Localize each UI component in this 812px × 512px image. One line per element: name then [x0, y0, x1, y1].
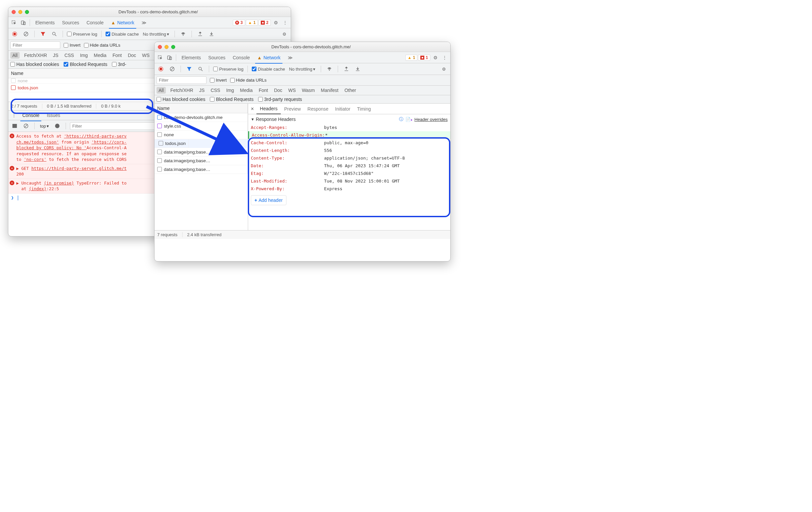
inspect-icon[interactable]: [156, 53, 165, 62]
tab-sources[interactable]: Sources: [205, 52, 229, 63]
blocked-cookies-checkbox[interactable]: Has blocked cookies: [156, 96, 205, 102]
header-overrides-link[interactable]: Header overrides: [414, 117, 447, 122]
type-filter-font[interactable]: Font: [257, 87, 269, 94]
record-button[interactable]: [156, 65, 165, 73]
network-settings-icon[interactable]: ⚙: [280, 30, 289, 38]
type-filter-css[interactable]: CSS: [63, 52, 75, 59]
device-icon[interactable]: [19, 18, 28, 27]
context-select[interactable]: top ▾: [39, 123, 50, 129]
disable-cache-checkbox[interactable]: Disable cache: [252, 67, 285, 72]
col-name[interactable]: Name: [154, 104, 248, 113]
tab-network[interactable]: ▲Network: [254, 52, 284, 63]
type-filter-img[interactable]: Img: [79, 52, 89, 59]
add-header-button[interactable]: +Add header: [251, 195, 286, 205]
clear-button[interactable]: [168, 65, 176, 73]
detail-tab-initiator[interactable]: Initiator: [332, 104, 354, 114]
tabs-overflow[interactable]: ≫: [284, 52, 296, 63]
type-filter-all[interactable]: All: [10, 52, 20, 59]
warnings-badge[interactable]: ▲1: [246, 20, 258, 26]
throttling-select[interactable]: No throttling ▾: [288, 67, 317, 72]
filter-icon[interactable]: [185, 65, 194, 73]
invert-checkbox[interactable]: Invert: [210, 78, 227, 83]
more-icon[interactable]: ⋮: [281, 18, 289, 27]
third-party-checkbox[interactable]: 3rd-: [112, 62, 126, 67]
col-name[interactable]: Name: [8, 68, 172, 78]
response-headers-section[interactable]: ▼ Response Headers ⓘ 📄● Header overrides: [248, 114, 450, 123]
invert-checkbox[interactable]: Invert: [64, 42, 81, 48]
type-filter-media[interactable]: Media: [93, 52, 108, 59]
filter-input[interactable]: [10, 41, 60, 49]
minimize-icon[interactable]: [165, 45, 169, 49]
tabs-overflow[interactable]: ≫: [138, 17, 150, 28]
type-filter-js[interactable]: JS: [198, 87, 206, 94]
detail-tab-timing[interactable]: Timing: [354, 104, 374, 114]
clear-console-icon[interactable]: [22, 121, 30, 130]
type-filter-manifest[interactable]: Manifest: [319, 87, 340, 94]
blocked-requests-checkbox[interactable]: Blocked Requests: [64, 62, 107, 67]
tab-elements[interactable]: Elements: [32, 17, 58, 28]
table-row[interactable]: data:image/png;base…: [154, 165, 248, 174]
tab-elements[interactable]: Elements: [178, 52, 204, 63]
maximize-icon[interactable]: [25, 10, 29, 14]
help-icon[interactable]: ⓘ: [399, 116, 403, 122]
device-icon[interactable]: [165, 53, 174, 62]
detail-tab-response[interactable]: Response: [304, 104, 332, 114]
close-icon[interactable]: [12, 10, 16, 14]
filter-icon[interactable]: [39, 30, 47, 38]
type-filter-media[interactable]: Media: [239, 87, 254, 94]
drawer-more-icon[interactable]: ⋮: [10, 111, 18, 120]
search-icon[interactable]: [196, 65, 205, 73]
wifi-icon[interactable]: [179, 30, 187, 38]
detail-tab-headers[interactable]: Headers: [257, 104, 281, 114]
throttling-select[interactable]: No throttling ▾: [142, 32, 171, 37]
hide-data-urls-checkbox[interactable]: Hide data URLs: [230, 78, 267, 83]
type-filter-other[interactable]: Other: [343, 87, 357, 94]
table-row[interactable]: todos.json: [154, 139, 248, 148]
clear-button[interactable]: [22, 30, 30, 38]
download-icon[interactable]: [353, 65, 362, 73]
tab-sources[interactable]: Sources: [59, 17, 82, 28]
type-filter-fetch/xhr[interactable]: Fetch/XHR: [23, 52, 48, 59]
wifi-icon[interactable]: [325, 65, 334, 73]
minimize-icon[interactable]: [18, 10, 22, 14]
upload-icon[interactable]: [342, 65, 351, 73]
type-filter-css[interactable]: CSS: [209, 87, 222, 94]
preserve-log-checkbox[interactable]: Preserve log: [213, 67, 243, 72]
maximize-icon[interactable]: [171, 45, 175, 49]
type-filter-fetch/xhr[interactable]: Fetch/XHR: [169, 87, 195, 94]
record-button[interactable]: [10, 30, 19, 38]
warnings-badge[interactable]: ▲1: [405, 55, 418, 61]
search-icon[interactable]: [50, 30, 59, 38]
settings-icon[interactable]: ⚙: [271, 18, 280, 27]
type-filter-all[interactable]: All: [156, 87, 166, 94]
blocked-cookies-checkbox[interactable]: Has blocked cookies: [10, 62, 59, 67]
type-filter-ws[interactable]: WS: [287, 87, 297, 94]
hide-data-urls-checkbox[interactable]: Hide data URLs: [84, 42, 121, 48]
tab-console[interactable]: Console: [83, 17, 107, 28]
drawer-tab-issues[interactable]: Issues: [43, 110, 63, 121]
upload-icon[interactable]: [196, 30, 204, 38]
drawer-tab-console[interactable]: Console: [19, 110, 42, 121]
type-filter-doc[interactable]: Doc: [126, 52, 138, 59]
live-expression-icon[interactable]: [53, 121, 62, 130]
type-filter-img[interactable]: Img: [225, 87, 235, 94]
tab-console[interactable]: Console: [230, 52, 253, 63]
table-row[interactable]: style.css: [154, 122, 248, 131]
third-party-checkbox[interactable]: 3rd-party requests: [258, 96, 302, 102]
type-filter-wasm[interactable]: Wasm: [300, 87, 316, 94]
type-filter-doc[interactable]: Doc: [273, 87, 284, 94]
table-row[interactable]: data:image/png;base…: [154, 148, 248, 157]
type-filter-font[interactable]: Font: [111, 52, 123, 59]
type-filter-ws[interactable]: WS: [141, 52, 151, 59]
settings-icon[interactable]: ⚙: [431, 53, 440, 62]
preserve-log-checkbox[interactable]: Preserve log: [67, 32, 97, 37]
filter-input[interactable]: [156, 76, 206, 84]
inspect-icon[interactable]: [10, 18, 18, 27]
sidebar-toggle-icon[interactable]: [10, 121, 19, 130]
issues-badge[interactable]: ■2: [258, 20, 271, 26]
disable-cache-checkbox[interactable]: Disable cache: [106, 32, 139, 37]
table-row[interactable]: none: [154, 131, 248, 139]
issues-badge[interactable]: ■1: [418, 55, 430, 61]
table-row[interactable]: data:image/png;base…: [154, 157, 248, 165]
table-row[interactable]: cors-demo-devtools.glitch.me: [154, 113, 248, 122]
